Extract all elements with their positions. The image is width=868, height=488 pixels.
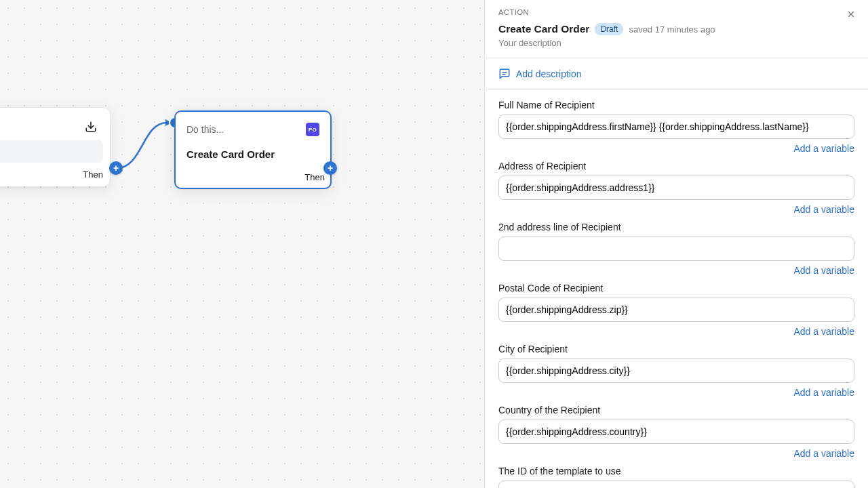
add-variable-link[interactable]: Add a variable — [498, 143, 854, 154]
add-variable-link[interactable]: Add a variable — [498, 265, 854, 276]
add-description-button[interactable]: Add description — [485, 58, 868, 90]
country-input[interactable] — [498, 420, 854, 444]
template-id-input[interactable] — [498, 481, 854, 488]
field-label: Country of the Recipient — [498, 405, 854, 415]
add-variable-link[interactable]: Add a variable — [498, 387, 854, 398]
saved-timestamp: saved 17 minutes ago — [629, 24, 715, 35]
field-label: 2nd address line of Recipient — [498, 222, 854, 232]
field-full-name: Full Name of Recipient Add a variable — [498, 100, 854, 154]
field-address2: 2nd address line of Recipient Add a vari… — [498, 222, 854, 276]
action-config-panel: ACTION Create Card Order Draft saved 17 … — [484, 0, 868, 488]
app-badge-icon: PO — [306, 123, 319, 136]
node-type-label: Do this... — [186, 124, 224, 135]
download-icon — [84, 120, 98, 134]
workflow-canvas[interactable]: hen... paid Then + Do this... PO Create … — [0, 0, 484, 488]
chat-icon — [498, 68, 511, 80]
field-label: Address of Recipient — [498, 161, 854, 171]
address-input[interactable] — [498, 176, 854, 200]
full-name-input[interactable] — [498, 115, 854, 139]
add-step-button[interactable]: + — [109, 161, 123, 175]
field-label: Postal Code of Recipient — [498, 283, 854, 293]
field-label: City of Recipient — [498, 344, 854, 354]
status-badge: Draft — [595, 23, 623, 35]
panel-title: Create Card Order — [498, 23, 589, 35]
field-country: Country of the Recipient Add a variable — [498, 405, 854, 459]
add-step-button[interactable]: + — [323, 161, 337, 175]
field-address: Address of Recipient Add a variable — [498, 161, 854, 215]
node-title: paid — [0, 140, 103, 163]
close-button[interactable] — [844, 7, 859, 22]
field-postal: Postal Code of Recipient Add a variable — [498, 283, 854, 337]
add-variable-link[interactable]: Add a variable — [498, 448, 854, 459]
connector-line — [0, 0, 484, 488]
postal-input[interactable] — [498, 298, 854, 322]
field-city: City of Recipient Add a variable — [498, 344, 854, 398]
close-icon — [846, 9, 856, 19]
add-description-label: Add description — [516, 68, 582, 79]
field-label: The ID of the template to use — [498, 466, 854, 476]
node-title: Create Card Order — [181, 143, 325, 165]
field-template-id: The ID of the template to use You can ge… — [498, 466, 854, 488]
then-label: Then — [83, 169, 103, 180]
panel-eyebrow: ACTION — [498, 8, 854, 16]
workflow-node-trigger[interactable]: hen... paid Then — [0, 108, 110, 186]
then-label: Then — [304, 172, 325, 182]
address2-input[interactable] — [498, 237, 854, 261]
field-label: Full Name of Recipient — [498, 100, 854, 110]
workflow-node-action-selected[interactable]: Do this... PO Create Card Order Then — [174, 110, 332, 189]
description-placeholder: Your description — [498, 38, 854, 48]
panel-body[interactable]: Full Name of Recipient Add a variable Ad… — [485, 90, 868, 488]
add-variable-link[interactable]: Add a variable — [498, 204, 854, 215]
city-input[interactable] — [498, 359, 854, 383]
add-variable-link[interactable]: Add a variable — [498, 326, 854, 337]
panel-header: ACTION Create Card Order Draft saved 17 … — [485, 0, 868, 58]
